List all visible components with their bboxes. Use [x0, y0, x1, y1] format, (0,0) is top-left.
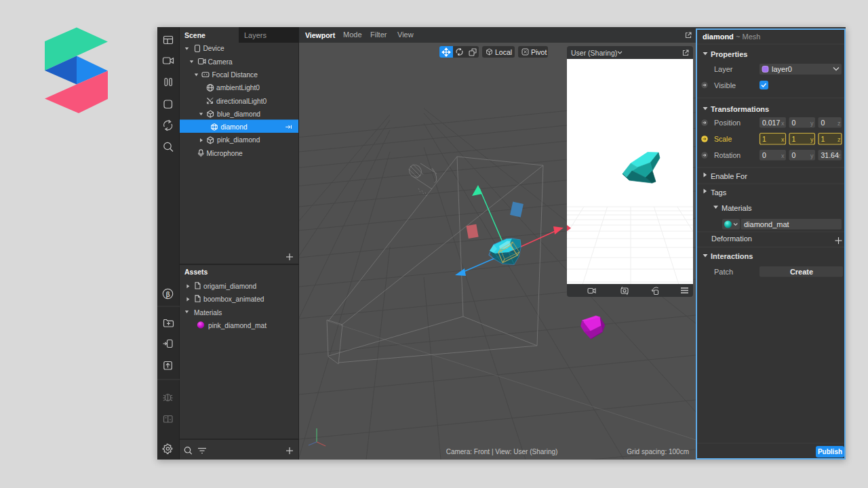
svg-text:Properties: Properties: [711, 50, 747, 58]
svg-text:Assets: Assets: [184, 268, 208, 276]
svg-text:Patch: Patch: [714, 268, 733, 276]
svg-text:Layer: Layer: [714, 65, 733, 73]
svg-text:z: z: [837, 136, 841, 143]
svg-text:pink_diamond: pink_diamond: [217, 136, 260, 144]
svg-text:Microphone: Microphone: [207, 150, 243, 157]
svg-text:~ Mesh: ~ Mesh: [736, 33, 760, 41]
svg-text:boombox_animated: boombox_animated: [203, 296, 264, 303]
svg-text:ambientLight0: ambientLight0: [216, 84, 260, 92]
svg-text:Create: Create: [790, 268, 813, 276]
svg-text:Grid spacing: 100cm: Grid spacing: 100cm: [627, 448, 689, 455]
svg-text:y: y: [810, 152, 814, 159]
svg-text:Enable For: Enable For: [711, 172, 747, 180]
svg-text:z: z: [837, 152, 841, 159]
svg-text:1: 1: [762, 135, 766, 143]
svg-text:Focal Distance: Focal Distance: [212, 71, 258, 79]
svg-text:x: x: [781, 152, 785, 159]
svg-text:y: y: [810, 120, 814, 127]
svg-text:Position: Position: [714, 119, 741, 127]
svg-text:Scale: Scale: [714, 135, 732, 143]
svg-text:Materials: Materials: [194, 309, 222, 317]
svg-text:diamond: diamond: [221, 123, 248, 131]
svg-text:origami_diamond: origami_diamond: [203, 283, 256, 290]
svg-text:Interactions: Interactions: [711, 252, 753, 260]
svg-text:Transformations: Transformations: [711, 105, 769, 113]
svg-text:y: y: [810, 136, 814, 143]
svg-text:diamond: diamond: [703, 33, 734, 41]
svg-text:1: 1: [821, 135, 825, 143]
svg-text:Camera: Front | View: User (Sh: Camera: Front | View: User (Sharing): [446, 448, 558, 455]
svg-text:Layers: Layers: [244, 31, 267, 39]
svg-text:x: x: [781, 120, 785, 127]
svg-text:β: β: [165, 291, 170, 298]
svg-text:blue_diamond: blue_diamond: [217, 110, 260, 118]
svg-text:Publish: Publish: [818, 448, 842, 455]
svg-text:diamond_mat: diamond_mat: [744, 220, 789, 228]
svg-text:0: 0: [792, 151, 796, 159]
svg-text:0.017: 0.017: [762, 119, 780, 127]
svg-text:layer0: layer0: [772, 65, 792, 73]
svg-text:Rotation: Rotation: [714, 151, 741, 159]
svg-text:0: 0: [762, 151, 766, 159]
svg-text:0: 0: [792, 119, 796, 127]
svg-text:31.64: 31.64: [821, 151, 839, 159]
svg-text:pink_diamond_mat: pink_diamond_mat: [208, 322, 267, 329]
svg-text:x: x: [781, 136, 785, 143]
svg-text:Materials: Materials: [722, 204, 752, 212]
svg-text:0: 0: [821, 119, 825, 127]
svg-text:directionalLight0: directionalLight0: [216, 98, 267, 105]
svg-text:Device: Device: [203, 45, 224, 52]
svg-text:Visible: Visible: [714, 81, 736, 89]
svg-text:Tags: Tags: [711, 188, 727, 197]
svg-text:1: 1: [792, 135, 796, 143]
svg-text:Deformation: Deformation: [711, 235, 752, 243]
svg-text:Camera: Camera: [208, 58, 233, 66]
svg-text:z: z: [837, 120, 841, 127]
svg-text:Scene: Scene: [184, 31, 205, 39]
